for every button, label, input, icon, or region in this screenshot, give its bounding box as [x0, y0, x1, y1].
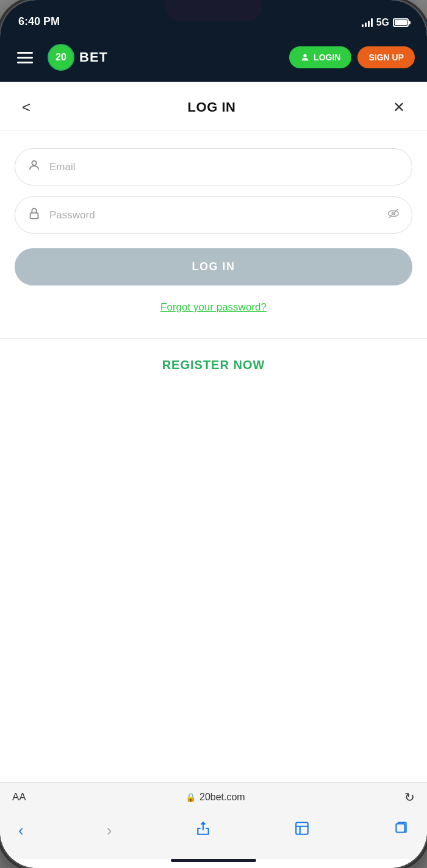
svg-rect-2 — [30, 213, 38, 218]
logo-text: BET — [79, 49, 108, 65]
status-time: 6:40 PM — [18, 15, 60, 28]
register-now-link[interactable]: REGISTER NOW — [162, 358, 265, 371]
register-area: REGISTER NOW — [0, 341, 427, 389]
bookmarks-icon[interactable] — [294, 820, 310, 841]
forgot-password-link[interactable]: Forgot your password? — [15, 296, 412, 318]
signup-button[interactable]: SIGN UP — [357, 46, 415, 68]
email-input-wrapper — [15, 148, 412, 185]
modal-title: LOG IN — [188, 99, 236, 115]
logo-circle: 20 — [48, 44, 74, 71]
forward-nav-icon[interactable]: › — [107, 821, 112, 840]
battery-icon — [393, 18, 409, 27]
lock-icon — [27, 207, 41, 223]
form-area: LOG IN Forgot your password? — [0, 131, 427, 335]
modal-header: < LOG IN ✕ — [0, 82, 427, 131]
close-button[interactable]: ✕ — [388, 96, 410, 118]
divider — [0, 338, 427, 339]
back-button[interactable]: < — [17, 96, 35, 118]
password-input-wrapper — [15, 196, 412, 234]
share-icon[interactable] — [195, 820, 211, 841]
back-nav-icon[interactable]: ‹ — [18, 821, 24, 840]
refresh-button[interactable]: ↻ — [404, 790, 415, 805]
user-icon — [27, 159, 41, 175]
nav-buttons: LOGIN SIGN UP — [289, 46, 415, 68]
status-icons: 5G — [362, 17, 409, 28]
logo-area: 20 BET — [48, 44, 279, 71]
nav-bar: 20 BET LOGIN SIGN UP — [0, 33, 427, 82]
home-indicator — [171, 859, 256, 862]
notch — [165, 0, 262, 21]
font-size-button[interactable]: AA — [12, 791, 26, 803]
url-bar[interactable]: 🔒 20bet.com — [35, 792, 396, 803]
hamburger-menu[interactable] — [12, 47, 38, 68]
bottom-nav: ‹ › — [0, 812, 427, 859]
svg-point-1 — [32, 161, 36, 165]
empty-space — [0, 389, 427, 782]
signal-bars-icon — [362, 18, 373, 27]
email-input[interactable] — [49, 161, 400, 173]
eye-icon[interactable] — [387, 207, 400, 223]
network-type: 5G — [376, 17, 389, 28]
password-input[interactable] — [49, 209, 379, 221]
browser-bar: AA 🔒 20bet.com ↻ — [0, 782, 427, 812]
login-submit-button[interactable]: LOG IN — [15, 248, 412, 285]
svg-point-0 — [303, 54, 306, 57]
content-area: < LOG IN ✕ — [0, 82, 427, 868]
login-button[interactable]: LOGIN — [289, 46, 351, 68]
url-text: 20bet.com — [199, 792, 245, 803]
svg-rect-7 — [396, 823, 404, 832]
svg-rect-6 — [296, 822, 308, 834]
tabs-icon[interactable] — [393, 820, 409, 841]
user-icon — [300, 52, 310, 62]
secure-icon: 🔒 — [185, 792, 196, 802]
